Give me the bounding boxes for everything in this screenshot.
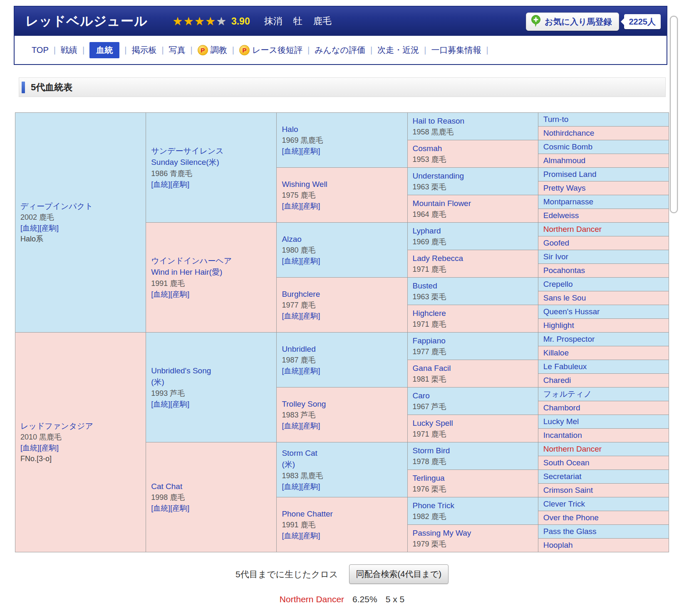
tab-レース後短評[interactable]: Pレース後短評	[239, 45, 302, 56]
horse-link[interactable]: Lyphard	[413, 225, 536, 237]
horse-link[interactable]: Lucky Spell	[413, 417, 536, 429]
horse-link[interactable]: Storm Bird	[413, 445, 536, 457]
tab-血統[interactable]: 血統	[89, 42, 119, 58]
horse-link[interactable]: Pocahontas	[543, 266, 667, 276]
horse-link[interactable]: レッドファンタジア	[20, 420, 144, 432]
progeny-link[interactable]: [産駒]	[301, 367, 320, 375]
horse-link[interactable]: フォルティノ	[543, 389, 667, 400]
progeny-link[interactable]: [産駒]	[301, 312, 320, 320]
tab-みんなの評価[interactable]: みんなの評価	[315, 45, 365, 56]
bloodline-link[interactable]: [血統]	[282, 257, 301, 265]
horse-link[interactable]: Phone Trick	[413, 500, 536, 512]
horse-link[interactable]: Highclere	[413, 308, 536, 319]
bloodline-link[interactable]: [血統]	[282, 202, 301, 210]
horse-link[interactable]: Storm Cat	[282, 447, 405, 459]
tab-掲示板[interactable]: 掲示板	[131, 45, 156, 56]
favorite-count-badge[interactable]: 2225人	[624, 14, 661, 29]
bloodline-link[interactable]: [血統]	[151, 504, 170, 512]
progeny-link[interactable]: [産駒]	[301, 202, 320, 210]
bloodline-link[interactable]: [血統]	[282, 422, 301, 430]
same-mating-search-button[interactable]: 同配合検索(4代目まで)	[349, 564, 449, 584]
bloodline-link[interactable]: [血統]	[282, 367, 301, 375]
favorite-register-button[interactable]: お気に入り馬登録	[526, 12, 619, 31]
progeny-link[interactable]: [産駒]	[301, 482, 320, 491]
horse-link[interactable]: Lady Rebecca	[413, 253, 536, 264]
bloodline-link[interactable]: [血統]	[151, 400, 170, 408]
horse-link[interactable]: Unbridled's Song	[151, 365, 275, 377]
horse-link[interactable]: Queen's Hussar	[543, 307, 667, 317]
horse-link[interactable]: Phone Chatter	[282, 508, 405, 520]
progeny-link[interactable]: [産駒]	[301, 532, 320, 540]
horse-link[interactable]: Gana Facil	[413, 363, 536, 374]
bloodline-link[interactable]: [血統]	[20, 224, 40, 232]
progeny-link[interactable]: [産駒]	[170, 400, 189, 408]
horse-link[interactable]: Secretariat	[543, 472, 667, 482]
horse-link[interactable]: Goofed	[543, 238, 667, 248]
horse-link[interactable]: Montparnasse	[543, 197, 667, 207]
horse-subname-link[interactable]: Wind in Her Hair(愛)	[151, 266, 275, 278]
horse-link[interactable]: Fappiano	[413, 335, 536, 347]
horse-link[interactable]: Turn-to	[543, 114, 667, 125]
horse-link[interactable]: Over the Phone	[543, 513, 667, 523]
bloodline-link[interactable]: [血統]	[282, 482, 301, 491]
horse-link[interactable]: Unbridled	[282, 343, 405, 355]
horse-link[interactable]: Charedi	[543, 375, 667, 386]
progeny-link[interactable]: [産駒]	[301, 147, 320, 155]
horse-link[interactable]: Pretty Ways	[543, 183, 667, 194]
horse-link[interactable]: Highlight	[543, 320, 667, 331]
progeny-link[interactable]: [産駒]	[301, 257, 320, 265]
cross-horse-link[interactable]: Northern Dancer	[280, 594, 344, 604]
horse-link[interactable]: Busted	[413, 280, 536, 292]
progeny-link[interactable]: [産駒]	[170, 290, 189, 298]
progeny-link[interactable]: [産駒]	[40, 444, 59, 452]
horse-link[interactable]: Lucky Mel	[543, 417, 667, 427]
horse-link[interactable]: Wishing Well	[282, 179, 405, 190]
horse-link[interactable]: Understanding	[413, 170, 536, 182]
horse-link[interactable]: Chambord	[543, 403, 667, 413]
horse-link[interactable]: Mr. Prospector	[543, 334, 667, 345]
horse-link[interactable]: ディープインパクト	[20, 201, 144, 212]
horse-link[interactable]: Cat Chat	[151, 481, 275, 492]
horse-link[interactable]: Hooplah	[543, 540, 667, 551]
progeny-link[interactable]: [産駒]	[301, 422, 320, 430]
horse-link[interactable]: Passing My Way	[413, 527, 536, 539]
bloodline-link[interactable]: [血統]	[282, 532, 301, 540]
horse-link[interactable]: Incantation	[543, 430, 667, 441]
horse-link[interactable]: サンデーサイレンス	[151, 145, 275, 157]
horse-link[interactable]: Clever Trick	[543, 499, 667, 509]
horse-link[interactable]: Halo	[282, 124, 405, 135]
horse-link[interactable]: Le Fabuleux	[543, 362, 667, 372]
bloodline-link[interactable]: [血統]	[282, 312, 301, 320]
horse-link[interactable]: Edelweiss	[543, 211, 667, 221]
tab-戦績[interactable]: 戦績	[61, 45, 77, 56]
horse-link[interactable]: Pass the Glass	[543, 527, 667, 537]
horse-subname-link[interactable]: (米)	[282, 459, 405, 470]
horse-link[interactable]: Promised Land	[543, 169, 667, 180]
scrollbar-thumb[interactable]	[670, 16, 678, 213]
horse-link[interactable]: South Ocean	[543, 458, 667, 468]
horse-link[interactable]: ウインドインハーヘア	[151, 255, 275, 267]
horse-link[interactable]: Cosmic Bomb	[543, 142, 667, 152]
horse-link[interactable]: Sans le Sou	[543, 293, 667, 303]
horse-link[interactable]: Killaloe	[543, 348, 667, 358]
horse-subname-link[interactable]: Sunday Silence(米)	[151, 156, 275, 168]
progeny-link[interactable]: [産駒]	[170, 180, 189, 189]
horse-link[interactable]: Almahmoud	[543, 156, 667, 166]
bloodline-link[interactable]: [血統]	[151, 290, 170, 298]
tab-調教[interactable]: P調教	[198, 45, 227, 56]
tab-写真[interactable]: 写真	[169, 45, 186, 56]
horse-link[interactable]: Sir Ivor	[543, 252, 667, 262]
horse-link[interactable]: Northern Dancer	[543, 224, 667, 235]
horse-link[interactable]: Cosmah	[413, 143, 536, 154]
horse-link[interactable]: Mountain Flower	[413, 198, 536, 209]
horse-link[interactable]: Crepello	[543, 279, 667, 290]
tab-一口募集情報[interactable]: 一口募集情報	[431, 45, 481, 56]
horse-link[interactable]: Burghclere	[282, 288, 405, 300]
horse-link[interactable]: Northern Dancer	[543, 444, 667, 455]
tab-次走・近況[interactable]: 次走・近況	[377, 45, 419, 56]
progeny-link[interactable]: [産駒]	[170, 504, 189, 512]
horse-link[interactable]: Nothirdchance	[543, 128, 667, 139]
horse-link[interactable]: Caro	[413, 390, 536, 402]
tab-TOP[interactable]: TOP	[32, 45, 49, 55]
horse-link[interactable]: Trolley Song	[282, 398, 405, 410]
